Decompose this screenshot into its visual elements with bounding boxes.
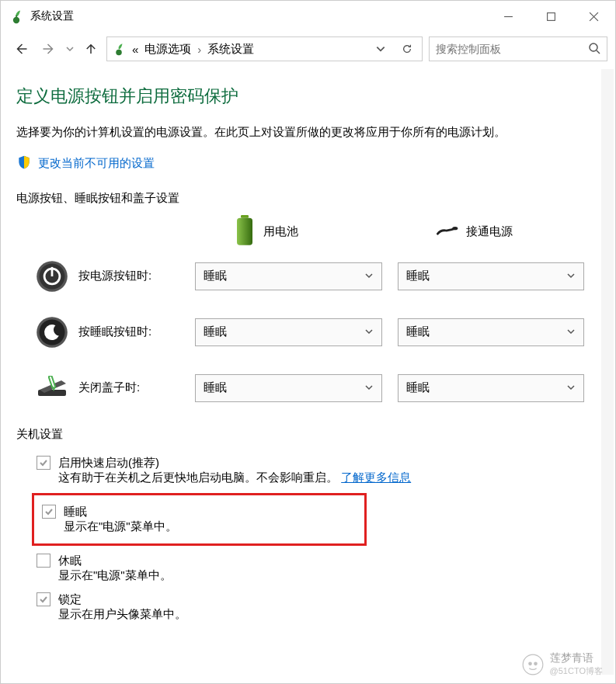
chevron-down-icon [364,269,374,283]
change-unavailable-settings-link[interactable]: 更改当前不可用的设置 [16,155,155,172]
back-button[interactable] [9,36,33,61]
lock-label: 锁定 [58,592,82,607]
hibernate-sub: 显示在"电源"菜单中。 [58,568,600,583]
refresh-button[interactable] [397,38,417,60]
svg-point-20 [523,654,543,675]
app-icon [9,9,24,24]
chevron-down-icon [566,269,576,283]
svg-rect-3 [548,12,555,20]
address-icon [112,42,126,56]
close-lid-label: 关闭盖子时: [78,380,140,395]
fast-startup-sub: 这有助于在关机之后更快地启动电脑。不会影响重启。 了解更多信息 [58,470,600,485]
chevron-down-icon [566,325,576,339]
hibernate-row: 休眠 显示在"电源"菜单中。 [37,549,600,588]
sleep-button-battery-select[interactable]: 睡眠 [195,318,382,346]
svg-point-7 [590,43,597,51]
select-value: 睡眠 [406,269,430,283]
page-description: 选择要为你的计算机设置的电源设置。在此页上对设置所做的更改将应用于你所有的电源计… [16,122,600,142]
plug-icon [437,215,458,248]
sleep-button-icon [35,315,69,349]
search-box[interactable] [429,36,607,61]
breadcrumb-system-settings[interactable]: 系统设置 [207,42,254,57]
forward-button[interactable] [37,36,61,61]
svg-rect-1 [16,15,17,18]
chevron-down-icon [364,325,374,339]
window-title: 系统设置 [30,9,74,23]
history-dropdown[interactable] [64,45,75,53]
svg-rect-9 [241,215,249,218]
fast-startup-label: 启用快速启动(推荐) [58,456,159,470]
svg-point-22 [534,661,538,665]
section-buttons-label: 电源按钮、睡眠按钮和盖子设置 [16,191,600,206]
window-controls [487,1,615,32]
sleep-button-plugged-select[interactable]: 睡眠 [398,318,585,346]
address-dropdown[interactable] [371,38,391,60]
address-bar[interactable]: « 电源选项 › 系统设置 [106,36,423,61]
hibernate-checkbox[interactable] [37,554,50,568]
watermark-sub: @51CTO博客 [550,665,603,677]
window: 系统设置 « 电源选项 › 系统设置 [0,0,616,684]
plugged-label: 接通电源 [466,224,513,239]
svg-point-21 [528,661,532,665]
close-lid-icon [35,371,69,405]
plugged-column-header: 接通电源 [398,215,600,248]
power-button-label: 按电源按钮时: [78,269,151,283]
search-icon[interactable] [588,42,600,57]
breadcrumb-root[interactable]: « [132,43,138,56]
change-unavailable-settings-label: 更改当前不可用的设置 [38,156,155,171]
close-lid-row: 关闭盖子时: 睡眠 睡眠 [16,371,600,405]
power-button-battery-select[interactable]: 睡眠 [195,262,382,290]
up-button[interactable] [78,36,103,61]
sleep-button-label: 按睡眠按钮时: [78,325,151,339]
learn-more-link[interactable]: 了解更多信息 [341,470,411,484]
chevron-right-icon: › [197,43,201,56]
fast-startup-checkbox[interactable] [37,456,50,470]
svg-line-8 [597,50,600,54]
hibernate-label: 休眠 [58,554,82,568]
chevron-down-icon [566,381,576,394]
nav-row: « 电源选项 › 系统设置 [1,32,615,66]
sleep-label: 睡眠 [64,505,87,519]
select-value: 睡眠 [406,325,430,339]
battery-label: 用电池 [263,224,298,239]
sleep-sub: 显示在"电源"菜单中。 [64,519,361,534]
lock-checkbox[interactable] [37,592,50,606]
fast-startup-row: 启用快速启动(推荐) 这有助于在关机之后更快地启动电脑。不会影响重启。 了解更多… [37,451,600,490]
sleep-button-row: 按睡眠按钮时: 睡眠 睡眠 [16,315,600,349]
search-input[interactable] [436,43,588,55]
sleep-row: 睡眠 显示在"电源"菜单中。 [42,500,361,539]
section-shutdown-label: 关机设置 [16,427,600,442]
titlebar: 系统设置 [1,1,615,32]
close-lid-battery-select[interactable]: 睡眠 [195,374,382,402]
power-button-icon [35,259,69,293]
select-value: 睡眠 [204,380,227,395]
watermark: 莲梦青语 @51CTO博客 [522,651,603,677]
select-value: 睡眠 [204,325,227,339]
lock-sub: 显示在用户头像菜单中。 [58,607,600,622]
maximize-button[interactable] [530,1,572,32]
power-header: 用电池 接通电源 [16,215,600,248]
power-button-plugged-select[interactable]: 睡眠 [398,262,585,290]
breadcrumb-power-options[interactable]: 电源选项 [144,42,191,57]
watermark-icon [522,654,544,675]
content-area: 定义电源按钮并启用密码保护 选择要为你的计算机设置的电源设置。在此页上对设置所做… [1,66,615,679]
watermark-name: 莲梦青语 [550,651,593,664]
minimize-button[interactable] [487,1,530,32]
svg-point-11 [452,227,458,230]
sleep-checkbox[interactable] [42,505,56,519]
battery-column-header: 用电池 [195,215,398,248]
lock-row: 锁定 显示在用户头像菜单中。 [37,588,600,627]
svg-point-6 [116,50,122,56]
power-button-row: 按电源按钮时: 睡眠 睡眠 [16,259,600,293]
svg-rect-10 [237,217,252,245]
chevron-down-icon [364,381,374,394]
shield-icon [16,155,32,172]
close-lid-plugged-select[interactable]: 睡眠 [398,374,585,402]
select-value: 睡眠 [204,269,227,283]
select-value: 睡眠 [406,380,430,395]
sleep-highlight: 睡眠 显示在"电源"菜单中。 [32,493,367,546]
shutdown-settings: 启用快速启动(推荐) 这有助于在关机之后更快地启动电脑。不会影响重启。 了解更多… [16,451,600,627]
page-heading: 定义电源按钮并启用密码保护 [16,85,600,108]
close-button[interactable] [572,1,615,32]
fast-startup-sub-text: 这有助于在关机之后更快地启动电脑。不会影响重启。 [58,470,338,484]
